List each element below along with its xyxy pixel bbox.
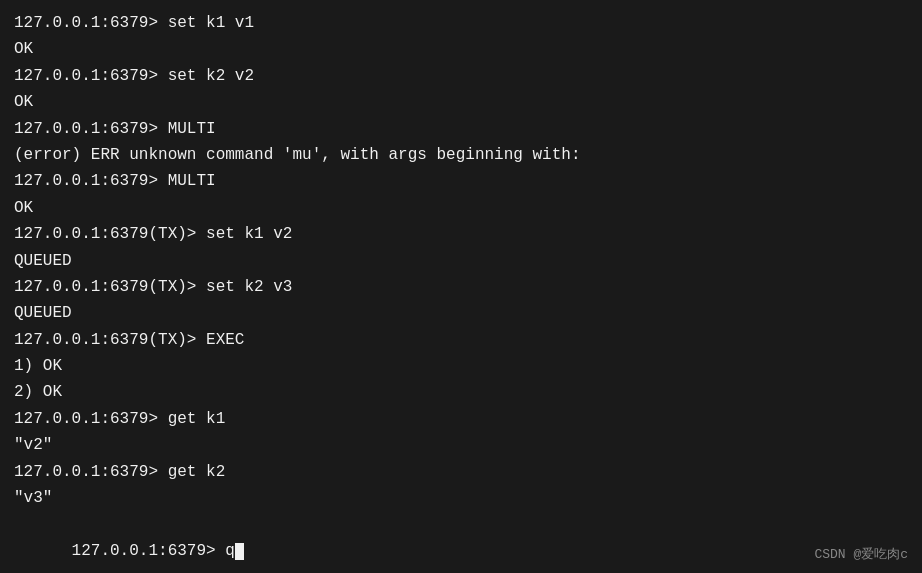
line-1: 127.0.0.1:6379> set k1 v1 [14,10,908,36]
line-2: OK [14,36,908,62]
line-4: OK [14,89,908,115]
line-13: 127.0.0.1:6379(TX)> EXEC [14,327,908,353]
line-10: QUEUED [14,248,908,274]
line-3: 127.0.0.1:6379> set k2 v2 [14,63,908,89]
line-12: QUEUED [14,300,908,326]
line-16: 127.0.0.1:6379> get k1 [14,406,908,432]
line-6: (error) ERR unknown command 'mu', with a… [14,142,908,168]
line-11: 127.0.0.1:6379(TX)> set k2 v3 [14,274,908,300]
line-7: 127.0.0.1:6379> MULTI [14,168,908,194]
input-text: 127.0.0.1:6379> q [72,542,235,560]
line-9: 127.0.0.1:6379(TX)> set k1 v2 [14,221,908,247]
line-5: 127.0.0.1:6379> MULTI [14,116,908,142]
line-15: 2) OK [14,379,908,405]
line-8: OK [14,195,908,221]
line-20-input[interactable]: 127.0.0.1:6379> q [14,511,908,573]
terminal-window: 127.0.0.1:6379> set k1 v1 OK 127.0.0.1:6… [0,0,922,573]
watermark: CSDN @爱吃肉c [814,545,908,563]
cursor-block [235,543,244,560]
line-18: 127.0.0.1:6379> get k2 [14,459,908,485]
line-17: "v2" [14,432,908,458]
terminal-output: 127.0.0.1:6379> set k1 v1 OK 127.0.0.1:6… [14,10,908,573]
line-14: 1) OK [14,353,908,379]
line-19: "v3" [14,485,908,511]
